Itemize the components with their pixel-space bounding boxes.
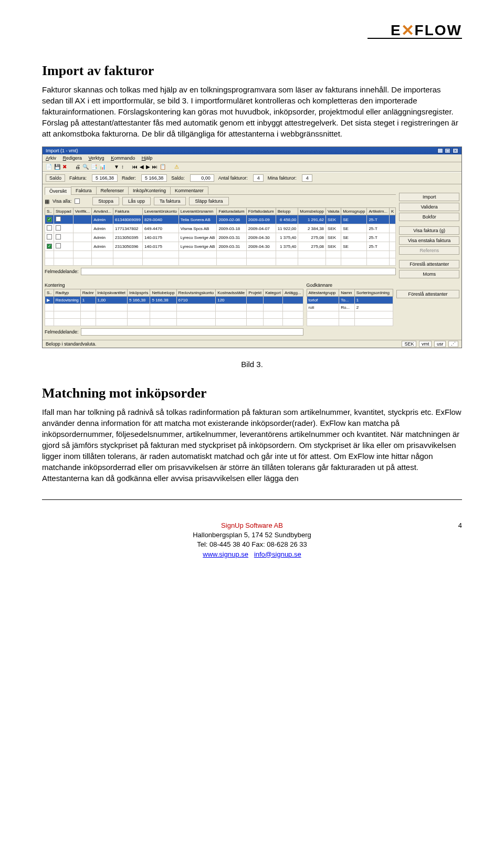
- delete-icon[interactable]: ✖: [62, 164, 67, 170]
- visa-faktura-button[interactable]: Visa faktura (g): [399, 226, 459, 235]
- column-header[interactable]: Redovisningskonto: [176, 289, 216, 297]
- column-header[interactable]: S..: [45, 208, 54, 215]
- column-header[interactable]: Leverantörsnamn: [178, 208, 217, 215]
- column-header[interactable]: Momsgrupp: [341, 208, 367, 215]
- stoppad-checkbox[interactable]: [56, 216, 61, 222]
- column-header[interactable]: Kategori: [264, 289, 283, 297]
- row-checkbox[interactable]: [47, 225, 52, 231]
- footer-email-link[interactable]: info@signup.se: [254, 550, 301, 558]
- column-header[interactable]: Nettobelopp: [150, 289, 176, 297]
- column-header[interactable]: Fakturadatum: [217, 208, 246, 215]
- column-header[interactable]: Namn: [339, 289, 355, 297]
- sort-icon[interactable]: ↕: [121, 164, 124, 170]
- stoppad-checkbox[interactable]: [56, 234, 61, 239]
- tab-oversikt[interactable]: Översikt: [45, 187, 71, 195]
- close-icon[interactable]: ×: [453, 148, 458, 153]
- foresla-attestanter-button[interactable]: Föreslå attestanter: [399, 260, 459, 268]
- column-header[interactable]: Använd...: [92, 208, 113, 215]
- column-header[interactable]: Sorteringsordning: [354, 289, 393, 297]
- export-icon[interactable]: 📑: [91, 164, 97, 170]
- help-icon[interactable]: ⚠: [174, 164, 179, 170]
- stoppad-checkbox[interactable]: [56, 243, 61, 248]
- felmeddelande2-input[interactable]: [81, 328, 303, 336]
- excel-icon[interactable]: 📊: [99, 164, 106, 170]
- referens-button[interactable]: Referens: [399, 246, 459, 255]
- column-header[interactable]: K: [389, 208, 395, 215]
- tab-kommentarer[interactable]: Kommentarer: [170, 186, 208, 194]
- paragraph-1: Fakturor skannas och tolkas med hjälp av…: [42, 84, 462, 139]
- stoppa-button[interactable]: Stoppa: [92, 197, 119, 205]
- bokfor-button[interactable]: Bokför: [399, 213, 459, 221]
- row-checkbox[interactable]: [47, 234, 52, 239]
- import-button[interactable]: Import: [399, 193, 459, 201]
- table-row[interactable]: Admin1771347802649-4470Visma Spcs AB2009…: [45, 224, 396, 233]
- row-checkbox[interactable]: ✓: [47, 217, 52, 222]
- print-icon[interactable]: 🖨: [75, 164, 80, 170]
- menu-kommando[interactable]: Kommando: [111, 155, 135, 161]
- column-header[interactable]: S..: [45, 289, 54, 297]
- column-header[interactable]: Stoppad: [54, 208, 74, 215]
- saldo-button[interactable]: Saldo: [46, 174, 65, 182]
- doc-icon[interactable]: 📋: [160, 164, 166, 170]
- table-row[interactable]: torlofTo...1: [307, 297, 393, 304]
- visa-enstaka-button[interactable]: Visa enstaka faktura: [399, 236, 459, 245]
- logo: E ✕ FLOW: [391, 21, 462, 39]
- column-header[interactable]: Verifik...: [73, 208, 91, 215]
- table-row[interactable]: Admin2313050395140-0175Lyreco Sverige AB…: [45, 233, 396, 242]
- filter-icon[interactable]: ▼: [114, 164, 119, 170]
- table-row[interactable]: roliRo...2: [307, 304, 393, 311]
- table-row[interactable]: ✓ Admin2313050396140-0175Lyreco Sverige …: [45, 242, 396, 251]
- saldo-label: Saldo:: [171, 175, 185, 181]
- menu-verktyg[interactable]: Verktyg: [89, 155, 104, 161]
- validera-button[interactable]: Validera: [399, 203, 459, 211]
- moms-button[interactable]: Moms: [399, 270, 459, 278]
- new-icon[interactable]: 📄: [46, 164, 52, 170]
- lasupp-button[interactable]: Lås upp: [122, 197, 151, 205]
- first-icon[interactable]: ⏮: [132, 164, 138, 170]
- footer-web-link[interactable]: www.signup.se: [203, 550, 248, 558]
- menu-arkiv[interactable]: Arkiv: [46, 155, 56, 161]
- last-icon[interactable]: ⏭: [152, 164, 158, 170]
- visa-alla-checkbox[interactable]: [75, 199, 80, 204]
- prev-icon[interactable]: ◀: [140, 164, 144, 170]
- slappfaktura-button[interactable]: Släpp faktura: [189, 197, 228, 205]
- column-header[interactable]: Attestantgrupp: [307, 289, 339, 297]
- invoice-grid[interactable]: S..StoppadVerifik...Använd...FakturaLeve…: [45, 207, 396, 266]
- column-header[interactable]: Momsbelopp: [298, 208, 326, 215]
- column-header[interactable]: Inköpskvantitet: [96, 289, 127, 297]
- kontering-grid[interactable]: S..RadtypRadnrInköpskvantitetInköpsprisN…: [45, 289, 303, 326]
- column-header[interactable]: Kostnadsställe: [216, 289, 247, 297]
- tab-faktura[interactable]: Faktura: [71, 186, 97, 194]
- felmeddelande-input[interactable]: [81, 268, 396, 275]
- column-header[interactable]: Anlägg...: [282, 289, 303, 297]
- logo-underline: [368, 38, 462, 39]
- godkannare-grid[interactable]: AttestantgruppNamnSorteringsordning torl…: [307, 289, 393, 326]
- column-header[interactable]: Leverantörskonto: [143, 208, 179, 215]
- column-header[interactable]: Belopp: [276, 208, 298, 215]
- figure-caption: Bild 3.: [42, 359, 462, 370]
- stoppad-checkbox[interactable]: [56, 225, 61, 231]
- column-header[interactable]: Valuta: [326, 208, 341, 215]
- faktura-label: Faktura:: [69, 175, 87, 181]
- maximize-icon[interactable]: □: [445, 148, 450, 153]
- row-checkbox[interactable]: ✓: [47, 244, 52, 249]
- next-icon[interactable]: ▶: [146, 164, 150, 170]
- filter-icon-small[interactable]: ▦: [45, 199, 49, 204]
- tab-referenser[interactable]: Referenser: [96, 186, 129, 194]
- tafaktura-button[interactable]: Ta faktura: [154, 197, 186, 205]
- foresla-attestanter2-button[interactable]: Föreslå attestanter: [396, 290, 459, 298]
- tab-inkop[interactable]: Inköp/Kontering: [128, 186, 171, 194]
- column-header[interactable]: Inköpspris: [127, 289, 150, 297]
- column-header[interactable]: Artikelm...: [367, 208, 390, 215]
- minimize-icon[interactable]: _: [437, 148, 443, 153]
- preview-icon[interactable]: 🔍: [82, 164, 89, 170]
- table-row[interactable]: ✓ Admin61348069099829-0040Telia Sonera A…: [45, 215, 396, 224]
- save-icon[interactable]: 💾: [54, 164, 60, 170]
- column-header[interactable]: Radnr: [80, 289, 96, 297]
- menu-redigera[interactable]: Redigera: [63, 155, 82, 161]
- column-header[interactable]: Faktura: [113, 208, 143, 215]
- column-header[interactable]: Projekt: [247, 289, 264, 297]
- column-header[interactable]: Förfallodatum: [246, 208, 276, 215]
- column-header[interactable]: Radtyp: [54, 289, 80, 297]
- menu-hjalp[interactable]: Hjälp: [142, 155, 153, 161]
